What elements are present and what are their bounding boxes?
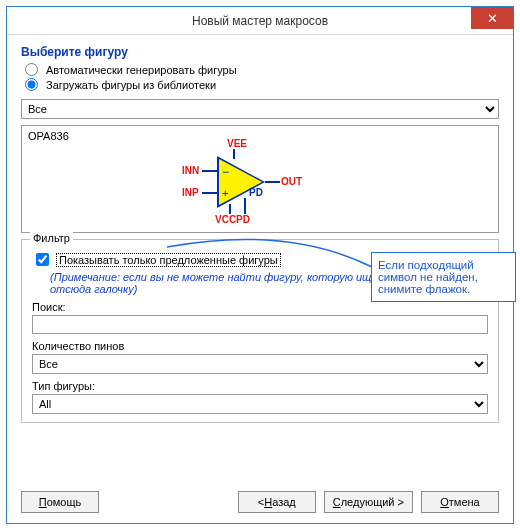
radio-lib-input[interactable]: [25, 78, 38, 91]
search-label: Поиск:: [32, 301, 488, 313]
pincount-label: Количество пинов: [32, 340, 488, 352]
pin-vee: [233, 149, 235, 159]
radio-load-library[interactable]: Загружать фигуры из библиотеки: [25, 78, 499, 91]
wizard-window: Новый мастер макросов ✕ Выберите фигуру …: [6, 6, 514, 524]
search-input[interactable]: [32, 315, 488, 334]
pin-inn: [202, 170, 217, 172]
callout-box: Если подходящий символ не найден, снимит…: [371, 252, 516, 302]
shapetype-dropdown[interactable]: All: [32, 394, 488, 414]
pin-pd: [244, 198, 246, 214]
label-vee: VEE: [227, 138, 247, 149]
body: Выберите фигуру Автоматически генерирова…: [7, 35, 513, 431]
symbol-preview: OPA836 − + VEE INN INP OUT PD VCCPD: [21, 125, 499, 233]
radio-lib-label: Загружать фигуры из библиотеки: [46, 79, 216, 91]
next-button[interactable]: Следующий >: [324, 491, 413, 513]
label-inn: INN: [182, 165, 199, 176]
close-button[interactable]: ✕: [471, 7, 513, 29]
label-inp: INP: [182, 187, 199, 198]
cancel-button[interactable]: Отмена: [421, 491, 499, 513]
label-vccpd: VCCPD: [215, 214, 250, 225]
minus-icon: −: [222, 165, 229, 179]
only-suggested-label: Показывать только предложенные фигуры: [56, 253, 281, 267]
callout-text: Если подходящий символ не найден, снимит…: [378, 259, 478, 295]
radio-auto-generate[interactable]: Автоматически генерировать фигуры: [25, 63, 499, 76]
shapetype-label: Тип фигуры:: [32, 380, 488, 392]
radio-auto-input[interactable]: [25, 63, 38, 76]
only-suggested-input[interactable]: [36, 253, 49, 266]
pin-out: [265, 181, 280, 183]
pincount-dropdown[interactable]: Все: [32, 354, 488, 374]
label-pd: PD: [249, 187, 263, 198]
pin-vcc: [229, 204, 231, 214]
pin-inp: [202, 192, 217, 194]
label-out: OUT: [281, 176, 302, 187]
help-button[interactable]: Помощь: [21, 491, 99, 513]
titlebar: Новый мастер макросов ✕: [7, 7, 513, 35]
section-title: Выберите фигуру: [21, 45, 499, 59]
close-icon: ✕: [487, 11, 498, 26]
filter-legend: Фильтр: [30, 232, 73, 244]
part-name: OPA836: [28, 130, 69, 142]
library-dropdown[interactable]: Все: [21, 99, 499, 119]
back-button[interactable]: < Назад: [238, 491, 316, 513]
button-bar: Помощь < Назад Следующий > Отмена: [7, 491, 513, 513]
plus-icon: +: [222, 187, 228, 199]
window-title: Новый мастер макросов: [192, 14, 328, 28]
radio-auto-label: Автоматически генерировать фигуры: [46, 64, 237, 76]
